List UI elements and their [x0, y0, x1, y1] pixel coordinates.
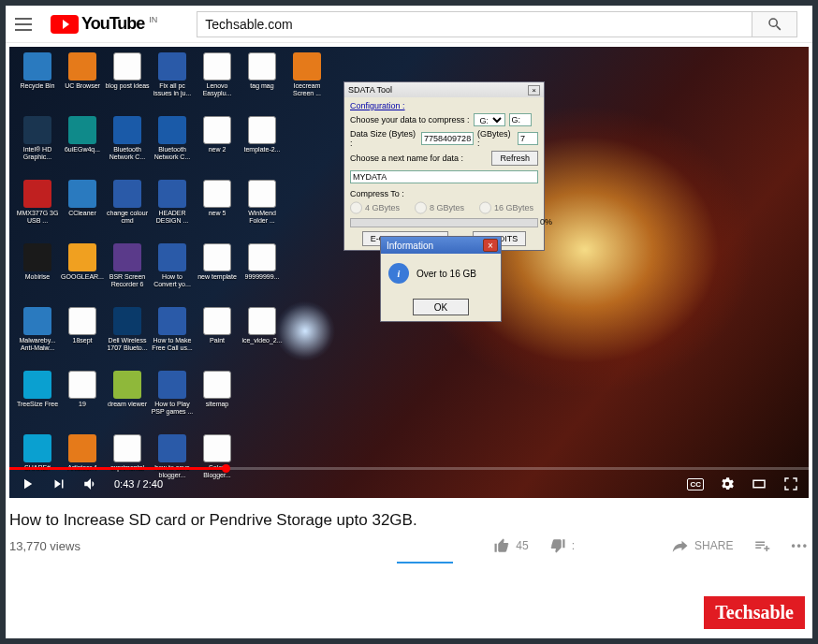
refresh-button[interactable]: Refresh	[491, 151, 538, 166]
desktop-icon[interactable]: Paint	[195, 307, 240, 363]
opt-16gb[interactable]: 16 GBytes	[479, 201, 533, 214]
info-title: Information	[387, 241, 433, 251]
desktop-icons-grid: Recycle BinUC Browserblog post ideasFix …	[15, 52, 352, 490]
bytes-field[interactable]	[421, 132, 474, 145]
next-name-label: Choose a next name for data :	[350, 154, 463, 163]
desktop-icon[interactable]: template-2...	[240, 116, 285, 172]
settings-icon[interactable]	[719, 476, 736, 492]
desktop-icon[interactable]: change colour cmd	[105, 180, 150, 236]
desktop-icon[interactable]: new template	[195, 243, 240, 300]
ok-button[interactable]: OK	[413, 299, 469, 315]
bytes-label: Data Size (Bytes) :	[350, 129, 417, 148]
search-input[interactable]: Techsable.com	[197, 11, 752, 37]
drive-select[interactable]: G:\	[474, 113, 505, 126]
info-close-icon[interactable]: ×	[483, 239, 498, 252]
share-button[interactable]: SHARE	[672, 537, 733, 554]
desktop-icon[interactable]: TreeSize Free	[15, 371, 60, 427]
desktop-icon[interactable]: Intel® HD Graphic...	[15, 116, 60, 172]
region-badge: IN	[149, 15, 157, 24]
desktop-icon[interactable]: Malwareby... Anti-Malw...	[15, 307, 60, 363]
desktop-icon[interactable]: ice_video_2...	[240, 307, 285, 363]
desktop-icon[interactable]: 18sept	[60, 307, 105, 363]
desktop-icon[interactable]: Mobirise	[15, 243, 60, 300]
time-display: 0:43 / 2:40	[114, 478, 163, 490]
desktop-icon[interactable]: Recycle Bin	[15, 52, 60, 109]
playlist-add-icon	[753, 537, 770, 554]
drive-letter-field[interactable]	[509, 113, 532, 126]
desktop-icon[interactable]	[240, 371, 285, 427]
video-title: How to Increase SD card or Pendrive Stor…	[9, 511, 809, 530]
logo-text: YouTube	[81, 14, 144, 34]
more-button[interactable]: •••	[791, 539, 809, 552]
desktop-icon[interactable]: CCleaner	[60, 180, 105, 236]
add-to-button[interactable]	[753, 537, 770, 554]
desktop-icon[interactable]: blog post ideas	[105, 52, 150, 109]
thumbs-up-icon	[493, 537, 510, 554]
menu-icon[interactable]	[15, 18, 32, 31]
desktop-icon[interactable]: HEADER DESIGN ...	[150, 180, 195, 236]
desktop-icon[interactable]: WinMend Folder ...	[240, 180, 285, 236]
desktop-icon[interactable]: 19	[60, 371, 105, 427]
info-dialog: Information × i Over to 16 GB OK	[380, 236, 502, 322]
play-icon[interactable]	[19, 476, 36, 492]
desktop-icon[interactable]: Dell Wireless 1707 Blueto...	[105, 307, 150, 363]
desktop-icon[interactable]: MMX377G 3G USB ...	[15, 180, 60, 236]
video-player[interactable]: Recycle BinUC Browserblog post ideasFix …	[9, 47, 809, 498]
desktop-icon[interactable]: new 5	[195, 180, 240, 236]
desktop-icon[interactable]	[285, 371, 329, 427]
info-icon: i	[388, 263, 409, 284]
close-icon[interactable]: ×	[528, 85, 540, 95]
volume-icon[interactable]	[82, 476, 99, 492]
sdata-dialog: SDATA Tool × Configuration : Choose your…	[343, 81, 545, 251]
view-count: 13,770 views	[9, 539, 80, 553]
dialog-titlebar[interactable]: SDATA Tool ×	[344, 82, 544, 97]
desktop-icon[interactable]: How to Make Free Call us...	[150, 307, 195, 363]
desktop-icon[interactable]: Lenovo Easyplu...	[195, 52, 240, 109]
desktop-icon[interactable]	[285, 243, 329, 300]
search-button[interactable]	[752, 11, 797, 37]
share-icon	[672, 537, 689, 554]
desktop-icon[interactable]: 6uiEGw4q...	[60, 116, 105, 172]
opt-4gb[interactable]: 4 GBytes	[350, 201, 400, 214]
info-titlebar[interactable]: Information ×	[381, 237, 501, 254]
progress-bar	[350, 218, 538, 227]
theater-icon[interactable]	[751, 476, 767, 492]
desktop-icon[interactable]: BSR Screen Recorder 6	[105, 243, 150, 300]
dialog-title: SDATA Tool	[348, 85, 392, 95]
desktop-icon[interactable]: new 2	[195, 116, 240, 172]
next-icon[interactable]	[51, 476, 67, 492]
desktop-icon[interactable]	[285, 307, 329, 363]
name-field[interactable]	[350, 170, 538, 183]
opt-8gb[interactable]: 8 GBytes	[415, 201, 464, 214]
compress-to-label: Compress To :	[350, 189, 538, 198]
video-meta: How to Increase SD card or Pendrive Stor…	[6, 498, 812, 554]
desktop-icon[interactable]: Icecream Screen ...	[285, 52, 329, 109]
search-icon	[767, 16, 783, 33]
desktop-icon[interactable]: How to Play PSP games ...	[150, 371, 195, 427]
desktop-icon[interactable]: UC Browser	[60, 52, 105, 109]
thumbs-down-icon	[549, 537, 566, 554]
desktop-icon[interactable]: Bluetooth Network C...	[150, 116, 195, 172]
cc-icon[interactable]: CC	[687, 478, 704, 490]
choose-data-label: Choose your data to compress :	[350, 115, 470, 124]
desktop-icon[interactable]: Bluetooth Network C...	[105, 116, 150, 172]
like-button[interactable]: 45	[493, 537, 528, 554]
desktop-icon[interactable]: Fix all pc issues in ju...	[150, 52, 195, 109]
player-controls: 0:43 / 2:40 CC	[9, 470, 809, 498]
gbytes-label: (GBytes) :	[477, 129, 514, 148]
gbytes-field[interactable]	[518, 132, 538, 145]
desktop-icon[interactable]: How to Convert yo...	[150, 243, 195, 300]
watermark: Techsable	[704, 596, 805, 629]
info-message: Over to 16 GB	[416, 269, 476, 279]
desktop-icon[interactable]: dream viewer	[105, 371, 150, 427]
youtube-logo[interactable]: YouTube IN	[51, 14, 157, 34]
desktop-icon[interactable]	[285, 180, 329, 236]
desktop-icon[interactable]	[285, 116, 329, 172]
desktop-icon[interactable]: 99999999...	[240, 243, 285, 300]
desktop-icon[interactable]: GOOGLEAR...	[60, 243, 105, 300]
dislike-button[interactable]: :	[549, 537, 575, 554]
header: YouTube IN Techsable.com	[6, 6, 812, 43]
fullscreen-icon[interactable]	[782, 476, 799, 492]
desktop-icon[interactable]: tag mag	[240, 52, 285, 109]
desktop-icon[interactable]: sitemap	[195, 371, 240, 427]
